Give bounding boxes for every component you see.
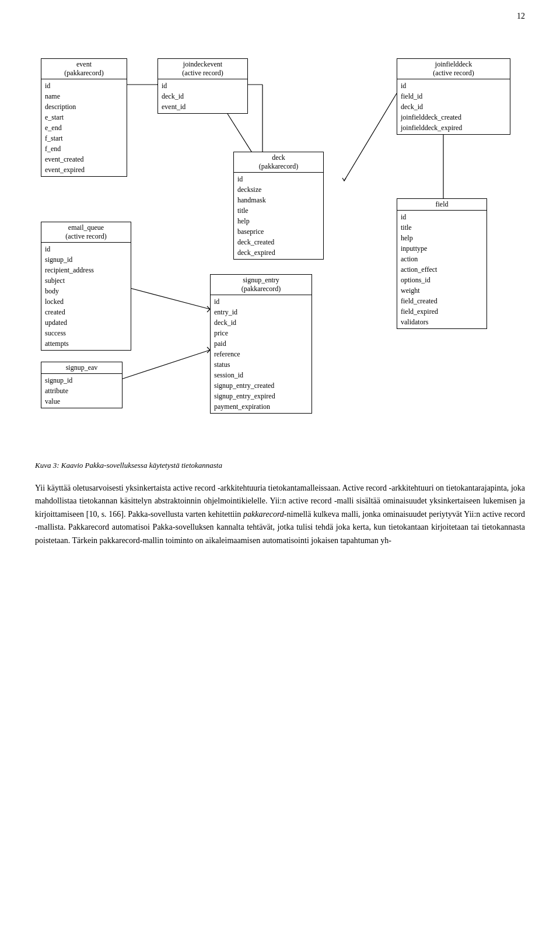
table-signup-entry: signup_entry (pakkarecord) id entry_id d… bbox=[210, 274, 312, 414]
table-email-queue: email_queue (active record) id signup_id… bbox=[41, 222, 131, 351]
table-signup-eav: signup_eav signup_id attribute value bbox=[41, 362, 123, 408]
svg-line-4 bbox=[344, 93, 397, 181]
table-joinfielddeck: joinfielddeck (active record) id field_i… bbox=[397, 58, 510, 135]
page-number: 12 bbox=[517, 12, 525, 21]
pakkarecord-term: pakkarecord bbox=[243, 510, 284, 519]
table-field: field id title help inputtype action act… bbox=[397, 198, 487, 329]
figure-caption: Kuva 3: Kaavio Pakka-sovelluksessa käyte… bbox=[35, 461, 525, 470]
paragraph-1: Yii käyttää oletusarvoisesti yksinkertai… bbox=[35, 482, 525, 547]
table-joindeckevent: joindeckevent (active record) id deck_id… bbox=[158, 58, 248, 114]
table-deck: deck (pakkarecord) id decksize handmask … bbox=[233, 152, 324, 260]
body-text: Yii käyttää oletusarvoisesti yksinkertai… bbox=[35, 482, 525, 547]
table-event: event (pakkarecord) id name description … bbox=[41, 58, 127, 177]
svg-line-7 bbox=[121, 286, 210, 309]
svg-line-8 bbox=[121, 350, 210, 379]
diagram: event (pakkarecord) id name description … bbox=[35, 23, 525, 443]
